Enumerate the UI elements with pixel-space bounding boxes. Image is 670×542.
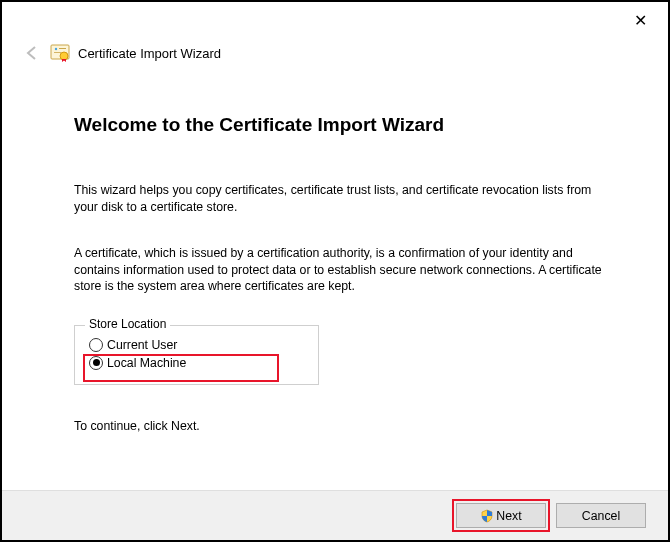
cancel-button-label: Cancel [582,509,620,523]
certificate-icon [50,44,70,62]
svg-point-2 [55,48,57,50]
store-location-legend: Store Location [85,317,170,331]
svg-rect-3 [59,48,66,49]
store-location-group: Store Location Current User Local Machin… [74,325,319,385]
back-arrow-icon [22,43,42,63]
radio-current-user[interactable]: Current User [89,336,304,354]
next-button[interactable]: Next [456,503,546,528]
wizard-content: Welcome to the Certificate Import Wizard… [2,68,668,490]
wizard-header: Certificate Import Wizard [2,38,668,68]
close-icon[interactable]: ✕ [620,6,660,34]
continue-hint: To continue, click Next. [74,419,620,433]
radio-label: Local Machine [107,356,186,370]
wizard-footer: Next Cancel [2,490,668,540]
cancel-button[interactable]: Cancel [556,503,646,528]
explain-paragraph: A certificate, which is issued by a cert… [74,245,604,295]
wizard-window: ✕ Certificate Import Wizard Welcome to t… [0,0,670,542]
radio-icon [89,356,103,370]
page-heading: Welcome to the Certificate Import Wizard [74,114,620,136]
radio-local-machine[interactable]: Local Machine [89,354,304,372]
next-button-highlight-wrap: Next [456,503,546,528]
next-button-label: Next [496,509,521,523]
titlebar: ✕ [2,2,668,38]
radio-icon [89,338,103,352]
shield-icon [480,509,494,523]
radio-label: Current User [107,338,177,352]
svg-point-1 [60,52,68,60]
wizard-title: Certificate Import Wizard [78,46,221,61]
svg-rect-4 [54,52,61,53]
intro-paragraph: This wizard helps you copy certificates,… [74,182,604,215]
